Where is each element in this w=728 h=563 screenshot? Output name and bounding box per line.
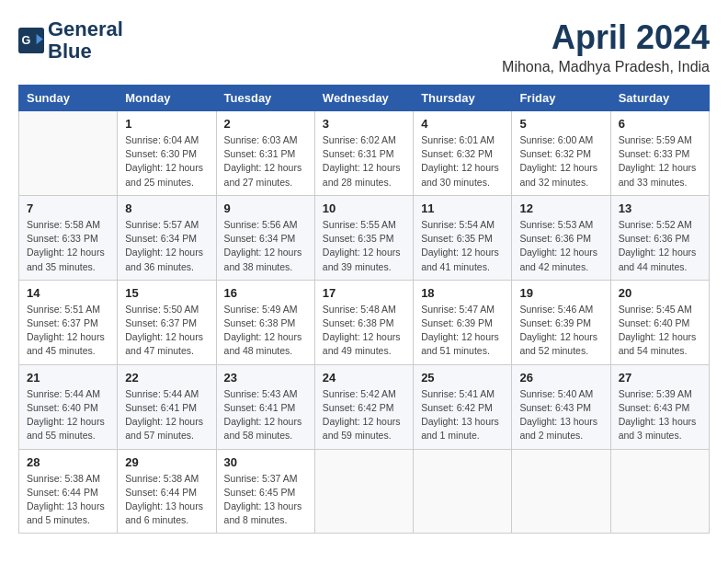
day-info: Sunrise: 5:44 AM Sunset: 6:40 PM Dayligh… [27,387,109,443]
calendar-cell: 20Sunrise: 5:45 AM Sunset: 6:40 PM Dayli… [610,280,709,364]
day-number: 30 [224,455,307,469]
day-number: 24 [323,371,405,385]
header-tuesday: Tuesday [216,86,314,111]
calendar-cell: 2Sunrise: 6:03 AM Sunset: 6:31 PM Daylig… [216,111,314,196]
day-number: 19 [519,286,602,300]
day-number: 10 [323,201,405,215]
day-number: 25 [421,371,504,385]
day-number: 18 [421,286,504,300]
day-number: 22 [125,371,208,385]
logo-line1: General [48,18,123,40]
day-number: 17 [323,286,405,300]
calendar-cell: 5Sunrise: 6:00 AM Sunset: 6:32 PM Daylig… [512,111,610,196]
day-number: 8 [125,201,208,215]
calendar-cell: 30Sunrise: 5:37 AM Sunset: 6:45 PM Dayli… [216,449,314,534]
day-number: 12 [519,201,602,215]
day-number: 11 [421,201,504,215]
day-number: 26 [519,371,602,385]
day-info: Sunrise: 5:46 AM Sunset: 6:39 PM Dayligh… [519,303,602,359]
calendar-cell: 15Sunrise: 5:50 AM Sunset: 6:37 PM Dayli… [118,280,216,364]
calendar-cell: 18Sunrise: 5:47 AM Sunset: 6:39 PM Dayli… [414,280,512,364]
calendar-week-row: 28Sunrise: 5:38 AM Sunset: 6:44 PM Dayli… [19,449,710,534]
day-info: Sunrise: 5:39 AM Sunset: 6:43 PM Dayligh… [619,387,701,443]
calendar-cell [314,449,413,534]
calendar-cell: 9Sunrise: 5:56 AM Sunset: 6:34 PM Daylig… [216,195,314,280]
day-info: Sunrise: 6:02 AM Sunset: 6:31 PM Dayligh… [323,133,405,190]
calendar-cell: 29Sunrise: 5:38 AM Sunset: 6:44 PM Dayli… [118,449,216,534]
day-number: 16 [224,286,307,300]
calendar-cell: 24Sunrise: 5:42 AM Sunset: 6:42 PM Dayli… [314,364,413,449]
day-number: 9 [224,201,307,215]
calendar-cell: 17Sunrise: 5:48 AM Sunset: 6:38 PM Dayli… [314,280,413,364]
day-info: Sunrise: 5:45 AM Sunset: 6:40 PM Dayligh… [619,303,701,359]
day-number: 28 [27,455,109,469]
calendar-table: SundayMondayTuesdayWednesdayThursdayFrid… [18,85,710,534]
day-number: 2 [224,117,307,131]
svg-text:G: G [22,34,31,47]
calendar-cell: 4Sunrise: 6:01 AM Sunset: 6:32 PM Daylig… [414,111,512,196]
calendar-cell: 11Sunrise: 5:54 AM Sunset: 6:35 PM Dayli… [414,195,512,280]
calendar-cell: 21Sunrise: 5:44 AM Sunset: 6:40 PM Dayli… [19,364,118,449]
day-info: Sunrise: 5:51 AM Sunset: 6:37 PM Dayligh… [27,303,109,359]
day-info: Sunrise: 5:52 AM Sunset: 6:36 PM Dayligh… [619,218,701,274]
calendar-cell: 10Sunrise: 5:55 AM Sunset: 6:35 PM Dayli… [314,195,413,280]
calendar-cell: 26Sunrise: 5:40 AM Sunset: 6:43 PM Dayli… [512,364,610,449]
logo-text: General Blue [48,18,123,63]
calendar-cell: 12Sunrise: 5:53 AM Sunset: 6:36 PM Dayli… [512,195,610,280]
day-info: Sunrise: 5:56 AM Sunset: 6:34 PM Dayligh… [224,218,307,274]
page-header: G General Blue April 2024 Mihona, Madhya… [18,18,710,75]
day-info: Sunrise: 5:53 AM Sunset: 6:36 PM Dayligh… [519,218,602,274]
calendar-cell: 27Sunrise: 5:39 AM Sunset: 6:43 PM Dayli… [610,364,709,449]
day-info: Sunrise: 5:43 AM Sunset: 6:41 PM Dayligh… [224,387,307,443]
day-info: Sunrise: 5:55 AM Sunset: 6:35 PM Dayligh… [323,218,405,274]
calendar-cell: 25Sunrise: 5:41 AM Sunset: 6:42 PM Dayli… [414,364,512,449]
day-info: Sunrise: 5:40 AM Sunset: 6:43 PM Dayligh… [519,387,602,443]
calendar-cell: 6Sunrise: 5:59 AM Sunset: 6:33 PM Daylig… [610,111,709,196]
day-number: 29 [125,455,208,469]
day-info: Sunrise: 5:49 AM Sunset: 6:38 PM Dayligh… [224,303,307,359]
day-number: 3 [323,117,405,131]
calendar-cell: 28Sunrise: 5:38 AM Sunset: 6:44 PM Dayli… [19,449,118,534]
calendar-week-row: 14Sunrise: 5:51 AM Sunset: 6:37 PM Dayli… [19,280,710,364]
day-info: Sunrise: 6:00 AM Sunset: 6:32 PM Dayligh… [519,133,602,190]
day-info: Sunrise: 5:58 AM Sunset: 6:33 PM Dayligh… [27,218,109,274]
day-info: Sunrise: 6:04 AM Sunset: 6:30 PM Dayligh… [125,133,208,190]
day-info: Sunrise: 5:44 AM Sunset: 6:41 PM Dayligh… [125,387,208,443]
day-number: 5 [519,117,602,131]
day-info: Sunrise: 6:03 AM Sunset: 6:31 PM Dayligh… [224,133,307,190]
calendar-cell: 8Sunrise: 5:57 AM Sunset: 6:34 PM Daylig… [118,195,216,280]
day-info: Sunrise: 5:57 AM Sunset: 6:34 PM Dayligh… [125,218,208,274]
header-wednesday: Wednesday [314,86,413,111]
logo-line2: Blue [48,40,123,63]
day-info: Sunrise: 5:54 AM Sunset: 6:35 PM Dayligh… [421,218,504,274]
calendar-header-row: SundayMondayTuesdayWednesdayThursdayFrid… [19,86,710,111]
day-number: 1 [125,117,208,131]
calendar-cell [610,449,709,534]
day-info: Sunrise: 5:38 AM Sunset: 6:44 PM Dayligh… [27,472,109,528]
location-title: Mihona, Madhya Pradesh, India [502,59,710,75]
day-number: 15 [125,286,208,300]
calendar-cell: 19Sunrise: 5:46 AM Sunset: 6:39 PM Dayli… [512,280,610,364]
logo-icon: G [18,28,44,53]
calendar-cell: 13Sunrise: 5:52 AM Sunset: 6:36 PM Dayli… [610,195,709,280]
day-info: Sunrise: 5:48 AM Sunset: 6:38 PM Dayligh… [323,303,405,359]
day-number: 6 [619,117,701,131]
day-number: 27 [619,371,701,385]
calendar-cell: 1Sunrise: 6:04 AM Sunset: 6:30 PM Daylig… [118,111,216,196]
day-number: 7 [27,201,109,215]
day-info: Sunrise: 5:38 AM Sunset: 6:44 PM Dayligh… [125,472,208,528]
calendar-week-row: 21Sunrise: 5:44 AM Sunset: 6:40 PM Dayli… [19,364,710,449]
header-friday: Friday [512,86,610,111]
header-thursday: Thursday [414,86,512,111]
header-saturday: Saturday [610,86,709,111]
day-info: Sunrise: 6:01 AM Sunset: 6:32 PM Dayligh… [421,133,504,190]
calendar-cell: 16Sunrise: 5:49 AM Sunset: 6:38 PM Dayli… [216,280,314,364]
calendar-week-row: 7Sunrise: 5:58 AM Sunset: 6:33 PM Daylig… [19,195,710,280]
day-number: 21 [27,371,109,385]
calendar-cell: 22Sunrise: 5:44 AM Sunset: 6:41 PM Dayli… [118,364,216,449]
day-info: Sunrise: 5:41 AM Sunset: 6:42 PM Dayligh… [421,387,504,443]
day-number: 14 [27,286,109,300]
day-number: 13 [619,201,701,215]
day-number: 23 [224,371,307,385]
title-block: April 2024 Mihona, Madhya Pradesh, India [502,18,710,75]
